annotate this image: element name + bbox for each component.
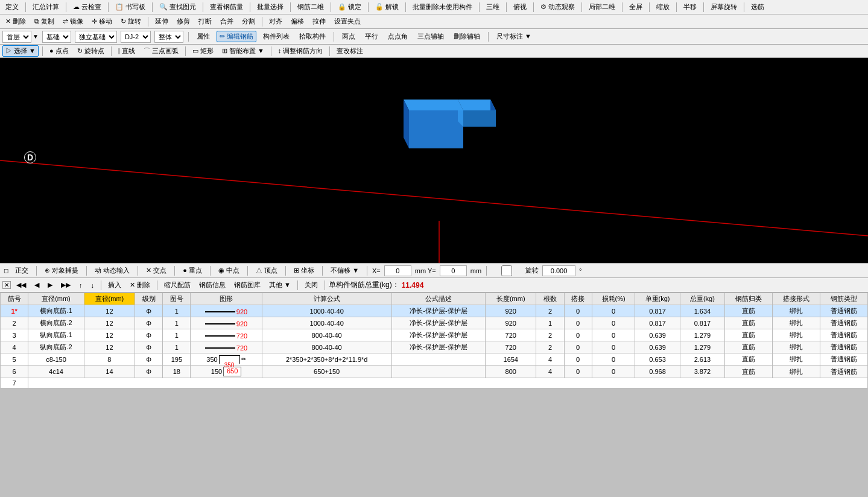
elem-selector[interactable]: 独立基础 [75, 31, 117, 43]
btn-snap-midpoint[interactable]: ● 重点 [180, 265, 205, 276]
small-icon-corner: ◻ [4, 267, 8, 274]
btn-orthogonal[interactable]: 正交 [12, 265, 31, 276]
btn-nav-prev[interactable]: ◀ [31, 280, 42, 290]
scope-selector[interactable]: 整体 [154, 31, 183, 43]
btn-two-point[interactable]: 两点 [339, 31, 358, 42]
btn-smart-arrange[interactable]: ⊞ 智能布置 ▼ [219, 45, 267, 57]
btn-point-point[interactable]: ● 点点 [46, 45, 72, 57]
btn-mirror[interactable]: ⇌ 镜像 [60, 16, 86, 27]
btn-extend[interactable]: 延伸 [152, 16, 171, 27]
btn-3d[interactable]: 三维 [483, 1, 502, 13]
btn-calc[interactable]: 汇总计算 [30, 1, 62, 13]
btn-select[interactable]: ▷ 选择 ▼ [2, 45, 39, 57]
btn-batch-select[interactable]: 批量选择 [254, 1, 287, 13]
btn-other[interactable]: 其他 ▼ [266, 279, 294, 291]
btn-grip[interactable]: 设置夹点 [331, 16, 364, 27]
btn-define[interactable]: 定义 [2, 1, 22, 13]
btn-nav-first[interactable]: ◀◀ [13, 280, 29, 290]
btn-change-label[interactable]: 查改标注 [334, 45, 366, 57]
btn-find[interactable]: 🔍 查找图元 [156, 1, 199, 13]
table-row[interactable]: 3 纵向底筋.1 12 Φ 1 720 800-40-40 净长-保护层-保护层… [1, 329, 868, 341]
btn-copy[interactable]: ⧉ 复制 [31, 16, 57, 27]
cell-formula: 1000-40-40 [262, 305, 391, 317]
btn-stretch[interactable]: 拉伸 [309, 16, 329, 27]
btn-snap-intersect[interactable]: ✕ 交点 [143, 265, 169, 276]
btn-rebar-info[interactable]: 钢筋信息 [196, 279, 229, 291]
btn-edit-rebar[interactable]: ✏ 编辑钢筋 [217, 31, 256, 42]
btn-three-point-axis[interactable]: 三点辅轴 [414, 31, 447, 42]
btn-move[interactable]: ✛ 移动 [89, 16, 115, 27]
btn-board[interactable]: 📋 书写板 [112, 1, 148, 13]
btn-zoom[interactable]: 缩放 [653, 1, 673, 13]
btn-no-offset[interactable]: 不偏移 ▼ [328, 265, 362, 276]
btn-line[interactable]: | 直线 [115, 45, 138, 57]
btn-unlock[interactable]: 🔓 解锁 [372, 1, 402, 13]
btn-nav-down[interactable]: ↓ [88, 280, 98, 290]
btn-property[interactable]: 属性 [194, 31, 213, 42]
table-row[interactable]: 7 [1, 378, 868, 388]
btn-dynamic-input[interactable]: 动 动态输入 [92, 265, 133, 276]
btn-dimension[interactable]: 尺寸标注 ▼ [493, 31, 534, 42]
table-row[interactable]: 5 c8-150 8 Φ 195 350 350 ✏ 2*350+2*350+8… [1, 353, 868, 366]
btn-fullscreen[interactable]: 全屏 [626, 1, 645, 13]
btn-delete-row[interactable]: ✕ 删除 [127, 279, 153, 291]
btn-screen-rotate[interactable]: 屏幕旋转 [708, 1, 740, 13]
btn-rotate-point[interactable]: ↻ 旋转点 [74, 45, 107, 57]
table-row[interactable]: 4 纵向底筋.2 12 Φ 1 720 800-40-40 净长-保护层-保护层… [1, 341, 868, 353]
btn-rebar-qty[interactable]: 查看钢筋量 [207, 1, 246, 13]
btn-close-panel[interactable]: 关闭 [302, 279, 321, 291]
btn-del-axis[interactable]: 删除辅轴 [451, 31, 483, 42]
btn-select-rebar[interactable]: 选筋 [748, 1, 767, 13]
rotate-input[interactable] [542, 265, 575, 276]
btn-pan[interactable]: 半移 [680, 1, 700, 13]
btn-rebar-lib[interactable]: 钢筋图库 [231, 279, 264, 291]
btn-point-angle[interactable]: 点点角 [385, 31, 411, 42]
table-row[interactable]: 2 横向底筋.2 12 Φ 1 920 1000-40-40 净长-保护层-保护… [1, 317, 868, 329]
name-selector[interactable]: DJ-2 [121, 31, 151, 43]
btn-trim[interactable]: 修剪 [174, 16, 193, 27]
btn-object-snap[interactable]: ⊕ 对象捕提 [42, 265, 81, 276]
cell-count: 2 [536, 341, 564, 353]
btn-rebar-2d[interactable]: 钢筋二维 [294, 1, 327, 13]
btn-dynamic-view[interactable]: ⚙ 动态观察 [537, 1, 578, 13]
elem-select[interactable]: 独立基础 [75, 31, 117, 43]
btn-scale-rebar[interactable]: 缩尺配筋 [161, 279, 194, 291]
btn-partial-2d[interactable]: 局部二维 [586, 1, 618, 13]
table-row[interactable]: 6 4c14 14 Φ 18 150 650 650+150 800 4 [1, 366, 868, 378]
btn-rotate[interactable]: ↻ 旋转 [118, 16, 144, 27]
sep [325, 280, 325, 290]
btn-split[interactable]: 分割 [239, 16, 258, 27]
btn-rect[interactable]: ▭ 矩形 [189, 45, 217, 57]
floor-select[interactable]: 首层 [2, 31, 31, 43]
y-input[interactable] [440, 265, 467, 276]
type-selector[interactable]: 基础 [42, 31, 71, 43]
btn-top-view[interactable]: 俯视 [510, 1, 530, 13]
btn-batch-del[interactable]: 批量删除未使用构件 [410, 1, 475, 13]
btn-adjust-dir[interactable]: ↕ 调整钢筋方向 [275, 45, 326, 57]
floor-selector[interactable]: 首层 ▼ [2, 31, 39, 43]
btn-merge[interactable]: 合并 [217, 16, 236, 27]
btn-snap-center[interactable]: ◉ 中点 [215, 265, 242, 276]
btn-three-arc[interactable]: ⌒ 三点画弧 [141, 45, 182, 57]
type-select[interactable]: 基础 [42, 31, 71, 43]
btn-delete[interactable]: ✕ 删除 [2, 16, 29, 27]
rotate-checkbox[interactable] [492, 265, 522, 276]
table-row[interactable]: 1* 横向底筋.1 12 Φ 1 920 1000-40-40 净长-保护层-保… [1, 305, 868, 317]
btn-pick-comp[interactable]: 拾取构件 [296, 31, 329, 42]
x-input[interactable] [384, 265, 411, 276]
btn-parallel[interactable]: 平行 [362, 31, 381, 42]
scope-select[interactable]: 整体 [154, 31, 183, 43]
btn-snap-coord[interactable]: ⊞ 坐标 [291, 265, 317, 276]
btn-nav-next[interactable]: ▶ [45, 280, 55, 290]
btn-snap-vertex[interactable]: △ 顶点 [253, 265, 280, 276]
btn-align[interactable]: 对齐 [266, 16, 285, 27]
btn-cloud[interactable]: ☁ 云检查 [70, 1, 104, 13]
btn-offset[interactable]: 偏移 [288, 16, 307, 27]
btn-comp-list[interactable]: 构件列表 [260, 31, 293, 42]
btn-nav-up[interactable]: ↑ [76, 280, 86, 290]
btn-insert[interactable]: 插入 [105, 279, 124, 291]
name-select[interactable]: DJ-2 [121, 31, 151, 43]
btn-break[interactable]: 打断 [195, 16, 215, 27]
btn-lock[interactable]: 🔒 锁定 [335, 1, 364, 13]
btn-nav-last[interactable]: ▶▶ [58, 280, 74, 290]
